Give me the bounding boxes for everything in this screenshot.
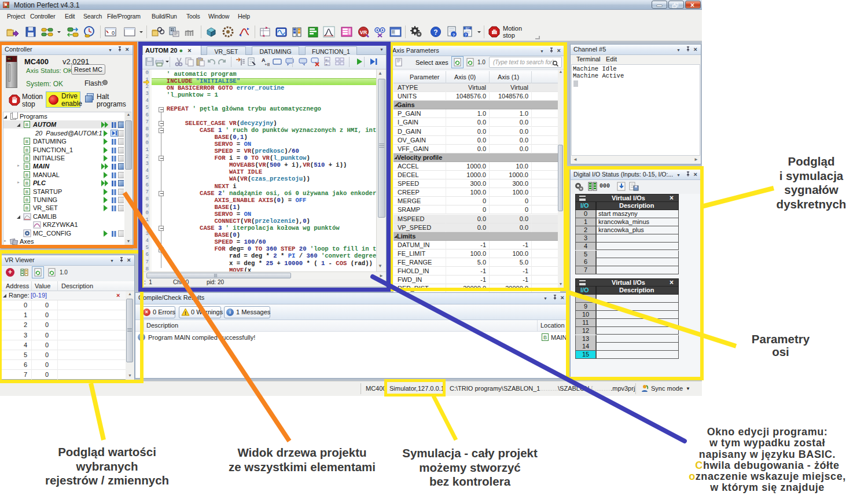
svg-text:VR: VR: [360, 30, 367, 35]
svg-text:IEC: IEC: [465, 27, 470, 30]
svg-text:?: ?: [453, 32, 455, 38]
svg-text:+B: +B: [264, 62, 270, 67]
svg-text:0: 0: [112, 30, 115, 36]
svg-text:!: !: [185, 310, 186, 316]
svg-text:+-: +-: [325, 58, 329, 61]
svg-text:+-: +-: [325, 63, 329, 66]
svg-text:?: ?: [433, 28, 437, 36]
svg-text:?: ?: [465, 33, 467, 37]
